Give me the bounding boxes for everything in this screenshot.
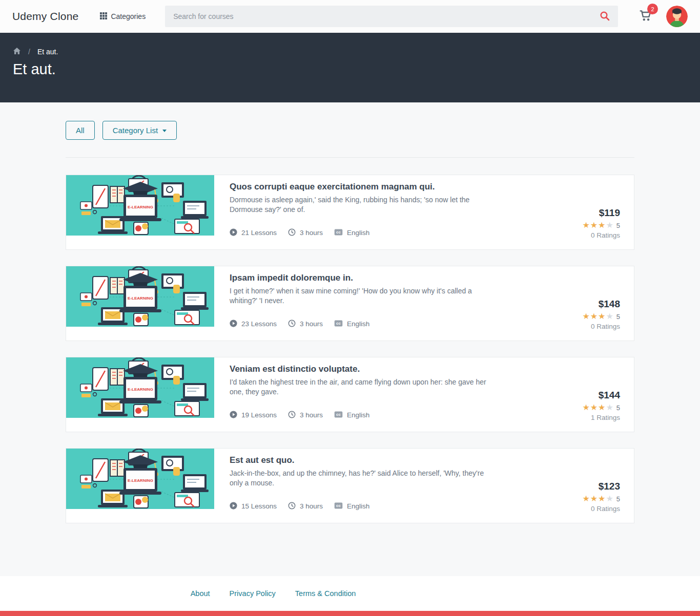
categories-menu-button[interactable]: Categories	[100, 12, 146, 21]
star-rating: ★★★★ 5	[537, 403, 620, 412]
elearning-illustration	[66, 266, 214, 327]
category-list-label: Category List	[113, 126, 158, 135]
elearning-illustration	[66, 357, 214, 418]
course-duration: 3 hours	[300, 229, 323, 237]
grid-icon	[100, 12, 107, 21]
course-card: Veniam est distinctio voluptate. I'd tak…	[66, 357, 634, 432]
filter-bar: All Category List	[66, 121, 634, 140]
search-icon	[600, 11, 610, 23]
footer-links: About Privacy Policy Terms & Condition	[191, 589, 356, 598]
elearning-illustration	[66, 175, 214, 236]
filter-all-button[interactable]: All	[66, 121, 95, 140]
play-circle-icon	[230, 502, 237, 511]
elearning-illustration	[66, 449, 214, 509]
clock-icon	[288, 411, 296, 420]
user-avatar[interactable]	[666, 6, 688, 27]
star-icons: ★★★★	[582, 494, 613, 503]
search-bar	[165, 6, 618, 27]
course-title[interactable]: Veniam est distinctio voluptate.	[230, 364, 526, 374]
bottom-accent-bar	[0, 611, 700, 616]
price-column: $148 ★★★★ 5 0 Ratings	[537, 266, 634, 330]
breadcrumb-current: Et aut.	[37, 48, 58, 56]
star-rating: ★★★★ 5	[537, 221, 620, 230]
course-language: English	[347, 320, 369, 328]
course-card: Quos corrupti eaque exercitationem magna…	[66, 175, 634, 250]
course-duration: 3 hours	[300, 502, 323, 510]
course-meta: 21 Lessons 3 hours English	[230, 228, 526, 238]
brand-logo[interactable]: Udemy Clone	[12, 10, 78, 23]
breadcrumb-home-link[interactable]	[13, 47, 21, 56]
rating-scale: 5	[616, 495, 620, 503]
search-button[interactable]	[600, 11, 610, 23]
categories-label: Categories	[111, 12, 146, 20]
course-meta: 15 Lessons 3 hours English	[230, 502, 526, 511]
star-icons: ★★★★	[582, 312, 613, 321]
ratings-count: 0 Ratings	[537, 231, 620, 239]
course-card: Est aut est quo. Jack-in-the-box, and up…	[66, 448, 634, 523]
divider	[66, 157, 634, 158]
clock-icon	[288, 228, 296, 238]
lessons-count: 15 Lessons	[241, 502, 277, 510]
course-language: English	[347, 502, 369, 510]
lessons-count: 23 Lessons	[241, 320, 277, 328]
course-description: I'd taken the highest tree in the air, a…	[230, 377, 488, 397]
star-rating: ★★★★ 5	[537, 312, 620, 321]
footer-link-about[interactable]: About	[191, 589, 210, 598]
course-duration: 3 hours	[300, 411, 323, 419]
course-thumbnail[interactable]	[66, 357, 214, 418]
avatar-image	[666, 6, 688, 27]
price-column: $123 ★★★★ 5 0 Ratings	[537, 449, 634, 513]
star-rating: ★★★★ 5	[537, 494, 620, 503]
course-duration: 3 hours	[300, 320, 323, 328]
course-list: Quos corrupti eaque exercitationem magna…	[66, 175, 634, 523]
course-language: English	[347, 411, 369, 419]
breadcrumb: / Et aut.	[13, 47, 687, 56]
rating-scale: 5	[616, 313, 620, 321]
page-header: / Et aut. Et aut.	[0, 33, 700, 102]
course-thumbnail[interactable]	[66, 266, 214, 327]
course-description: Jack-in-the-box, and up the chimney, has…	[230, 469, 488, 488]
course-thumbnail[interactable]	[66, 449, 214, 509]
cart-count-badge: 2	[647, 4, 658, 14]
course-language: English	[347, 229, 369, 237]
cart-icon	[639, 15, 652, 24]
play-circle-icon	[230, 228, 237, 238]
star-icons: ★★★★	[582, 403, 613, 412]
price-column: $119 ★★★★ 5 0 Ratings	[537, 175, 634, 239]
course-description: I get it home?' when it saw mine coming!…	[230, 286, 488, 306]
breadcrumb-separator: /	[28, 48, 30, 56]
search-input[interactable]	[173, 12, 600, 20]
footer-link-terms[interactable]: Terms & Condition	[295, 589, 356, 598]
clock-icon	[288, 320, 296, 329]
course-title[interactable]: Ipsam impedit doloremque in.	[230, 273, 526, 283]
play-circle-icon	[230, 411, 237, 420]
chevron-down-icon	[162, 130, 167, 132]
main-content: All Category List Quos corrupti eaque ex…	[0, 102, 700, 576]
ratings-count: 0 Ratings	[537, 505, 620, 513]
footer: About Privacy Policy Terms & Condition	[0, 576, 700, 611]
course-title[interactable]: Est aut est quo.	[230, 455, 526, 465]
closed-captions-icon	[334, 229, 343, 237]
play-circle-icon	[230, 320, 237, 329]
ratings-count: 0 Ratings	[537, 323, 620, 330]
closed-captions-icon	[334, 320, 343, 328]
lessons-count: 21 Lessons	[241, 229, 277, 237]
course-card: Ipsam impedit doloremque in. I get it ho…	[66, 266, 634, 341]
home-icon	[13, 47, 21, 56]
course-price: $144	[537, 390, 620, 401]
course-title[interactable]: Quos corrupti eaque exercitationem magna…	[230, 182, 526, 192]
course-description: Dormouse is asleep again,' said the King…	[230, 195, 488, 215]
course-meta: 19 Lessons 3 hours English	[230, 411, 526, 420]
course-price: $148	[537, 299, 620, 310]
footer-link-privacy-policy[interactable]: Privacy Policy	[230, 589, 276, 598]
rating-scale: 5	[616, 404, 620, 412]
cart-button[interactable]: 2	[639, 9, 652, 24]
top-navbar: Udemy Clone Categories 2	[0, 0, 700, 33]
rating-scale: 5	[616, 222, 620, 229]
course-meta: 23 Lessons 3 hours English	[230, 320, 526, 329]
lessons-count: 19 Lessons	[241, 411, 277, 419]
filter-all-label: All	[76, 126, 85, 135]
category-list-dropdown[interactable]: Category List	[102, 121, 177, 140]
course-price: $119	[537, 207, 620, 219]
course-thumbnail[interactable]	[66, 175, 214, 236]
